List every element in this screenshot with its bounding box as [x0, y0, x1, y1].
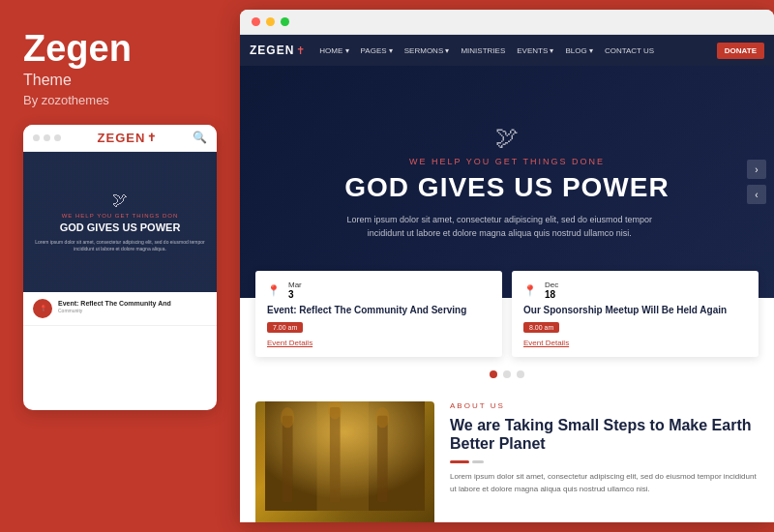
event-2-day: 18: [545, 289, 558, 300]
nav-contact[interactable]: CONTACT US: [600, 46, 659, 55]
browser-minimize-dot: [266, 17, 275, 26]
brand-title: Zegen: [23, 29, 217, 70]
mobile-event-card: 📍 Event: Reflect The Community And Commu…: [23, 292, 217, 326]
event-1-details-link[interactable]: Event Details: [267, 339, 491, 347]
mobile-top-bar: ZEGEN ✝ 🔍: [23, 125, 217, 152]
nav-ministries[interactable]: MINISTRIES: [456, 46, 510, 55]
browser-chrome: [240, 10, 774, 35]
browser-mockup: ZEGEN ✝ HOME ▾ PAGES ▾ SERMONS ▾ MINISTR…: [240, 10, 774, 522]
mobile-logo-text: ZEGEN: [98, 131, 146, 145]
svg-rect-1: [283, 416, 293, 502]
nav-sermons[interactable]: SERMONS ▾: [400, 46, 455, 55]
hero-content: 🕊 WE HELP YOU GET THINGS DONE GOD GIVES …: [344, 124, 669, 241]
event-2-title: Our Sponsorship Meetup Will Be Held Agai…: [523, 304, 747, 316]
svg-point-4: [281, 407, 294, 428]
about-content: ABOUT US We are Taking Small Steps to Ma…: [450, 401, 759, 522]
svg-rect-7: [317, 401, 370, 511]
event-card-2-header: 📍 Dec 18: [523, 281, 747, 300]
event-2-location-icon: 📍: [523, 284, 537, 297]
event-1-day: 3: [288, 289, 302, 300]
hero-section: 🕊 WE HELP YOU GET THINGS DONE GOD GIVES …: [240, 66, 774, 298]
about-title: We are Taking Small Steps to Make Earth …: [450, 416, 759, 453]
hero-text: Lorem ipsum dolor sit amet, consectetur …: [344, 213, 654, 241]
mobile-dot-2: [44, 134, 50, 141]
hero-dove-icon: 🕊: [344, 124, 669, 151]
svg-point-6: [375, 407, 389, 428]
browser-close-dot: [252, 17, 260, 26]
site-logo-cross-icon: ✝: [296, 44, 305, 57]
about-image-inner: [255, 401, 434, 522]
mobile-search-icon[interactable]: 🔍: [193, 131, 207, 144]
site-nav: ZEGEN ✝ HOME ▾ PAGES ▾ SERMONS ▾ MINISTR…: [240, 35, 774, 66]
hero-prev-arrow[interactable]: ‹: [747, 185, 766, 204]
nav-donate-button[interactable]: DONATE: [717, 43, 764, 59]
about-label: ABOUT US: [450, 401, 759, 410]
mobile-event-icon: 📍: [40, 305, 46, 311]
event-2-details-link[interactable]: Event Details: [523, 339, 747, 347]
nav-home[interactable]: HOME ▾: [314, 46, 353, 55]
nav-events[interactable]: EVENTS ▾: [512, 46, 558, 55]
event-card-1-header: 📍 Mar 3: [267, 281, 491, 300]
event-1-month: Mar: [288, 281, 302, 289]
mobile-hero-title: GOD GIVES US POWER: [60, 222, 181, 234]
hero-title: GOD GIVES US POWER: [344, 172, 669, 203]
mobile-dot-1: [33, 134, 40, 141]
mobile-event-title: Event: Reflect The Community And: [58, 299, 171, 308]
site-logo-text: ZEGEN: [250, 44, 294, 57]
mobile-event-subtitle: Community: [58, 308, 171, 313]
event-card-2: 📍 Dec 18 Our Sponsorship Meetup Will Be …: [512, 271, 759, 357]
mobile-hero-text: Lorem ipsum dolor sit amet, consectetur …: [33, 239, 207, 252]
mobile-event-info: Event: Reflect The Community And Communi…: [58, 299, 171, 313]
browser-maximize-dot: [281, 17, 289, 26]
event-1-date: Mar 3: [288, 281, 302, 300]
event-1-title: Event: Reflect The Community And Serving: [267, 304, 491, 316]
mobile-logo-area: ZEGEN ✝: [98, 131, 157, 145]
about-image-svg: [265, 401, 425, 517]
mobile-dot-3: [54, 134, 61, 141]
svg-rect-3: [377, 416, 388, 502]
event-1-location-icon: 📍: [267, 284, 281, 297]
hero-arrows: › ‹: [747, 160, 766, 204]
slider-dot-2[interactable]: [503, 370, 511, 378]
about-section: ABOUT US We are Taking Small Steps to Ma…: [240, 386, 774, 522]
events-row: 📍 Mar 3 Event: Reflect The Community And…: [240, 271, 774, 357]
brand-by: By zozothemes: [23, 93, 217, 107]
hero-tagline: WE HELP YOU GET THINGS DONE: [344, 157, 669, 166]
event-2-month: Dec: [545, 281, 558, 289]
about-text: Lorem ipsum dolor sit amet, consectetur …: [450, 471, 759, 496]
nav-pages[interactable]: PAGES ▾: [356, 46, 398, 55]
mobile-event-date: 📍: [33, 299, 52, 318]
accent-gray-line: [472, 460, 484, 463]
event-card-1: 📍 Mar 3 Event: Reflect The Community And…: [255, 271, 502, 357]
mobile-dove-icon: 🕊: [112, 192, 128, 209]
mobile-tagline: WE HELP YOU GET THINGS DON: [62, 213, 179, 219]
nav-items: HOME ▾ PAGES ▾ SERMONS ▾ MINISTRIES EVEN…: [314, 46, 716, 55]
about-accent: [450, 460, 759, 463]
mobile-hero: 🕊 WE HELP YOU GET THINGS DON GOD GIVES U…: [23, 152, 217, 292]
site-logo: ZEGEN ✝: [250, 44, 305, 57]
about-image: [255, 401, 434, 522]
left-panel: Zegen Theme By zozothemes ZEGEN ✝ 🔍 🕊 WE…: [0, 0, 240, 532]
slider-dots: [240, 370, 774, 378]
hero-next-arrow[interactable]: ›: [747, 160, 766, 179]
event-2-time: 8.00 am: [523, 322, 559, 333]
brand-subtitle: Theme: [23, 72, 217, 89]
slider-dot-3[interactable]: [517, 370, 524, 378]
mobile-mockup: ZEGEN ✝ 🔍 🕊 WE HELP YOU GET THINGS DON G…: [23, 125, 217, 410]
slider-dot-1[interactable]: [490, 370, 497, 378]
event-2-date: Dec 18: [545, 281, 558, 300]
mobile-dots: [33, 134, 61, 141]
nav-blog[interactable]: BLOG ▾: [560, 46, 597, 55]
event-1-time: 7.00 am: [267, 322, 303, 333]
mobile-logo-cross-icon: ✝: [147, 132, 156, 144]
accent-red-line: [450, 460, 469, 463]
